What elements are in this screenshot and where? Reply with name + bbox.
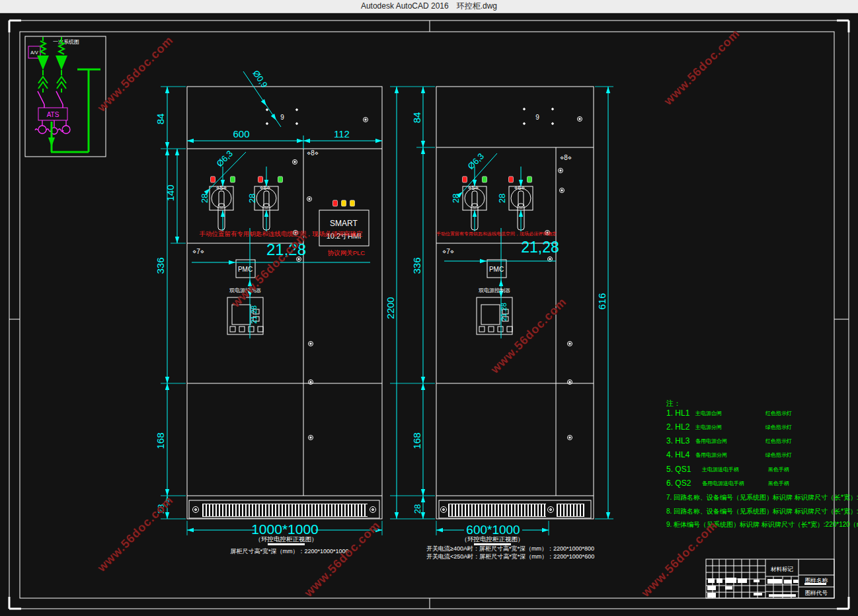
note-num: 5. QS1 bbox=[666, 465, 691, 474]
dim-2200: 2200 bbox=[385, 297, 396, 319]
controller-label-right: 双电源控制器 bbox=[479, 288, 510, 293]
note-spec: 绿色指示灯 bbox=[765, 424, 792, 430]
lamp-green-icon bbox=[527, 176, 532, 182]
note-desc: 备用电源合闸 bbox=[695, 438, 727, 444]
pmc-label-left: PMC bbox=[238, 266, 253, 273]
dim-28-sw1: 28 bbox=[200, 194, 210, 203]
material-mark-label: 材料标记 bbox=[770, 566, 794, 572]
meter-label: A/V bbox=[30, 50, 38, 55]
autocad-window: Autodesk AutoCAD 2016 环控柜.dwg 一次系统图 A/V bbox=[0, 0, 858, 616]
hmi-box bbox=[319, 210, 369, 246]
lamp-red-icon bbox=[333, 200, 338, 206]
bus-arrow-icon bbox=[48, 137, 55, 147]
note-num: 2. HL2 bbox=[666, 422, 690, 432]
dim-84-right: 84 bbox=[411, 112, 422, 124]
vent-grille-left bbox=[202, 504, 368, 517]
note-spec: 黑色手柄 bbox=[768, 467, 789, 473]
fixing-point-icons bbox=[545, 117, 582, 440]
dim-112: 112 bbox=[334, 128, 350, 139]
note-num: 3. HL3 bbox=[666, 436, 690, 445]
dim-616: 616 bbox=[596, 293, 607, 309]
rotary-switch-qs1 bbox=[210, 186, 233, 230]
note-spec: 红色指示灯 bbox=[765, 410, 792, 416]
primary-system-schematic: 一次系统图 A/V ATS bbox=[25, 36, 106, 157]
right-cabinet bbox=[436, 87, 594, 519]
label-8-left: ⋄8⋄ bbox=[307, 149, 319, 157]
note-line-7: 7. 回路名称、设备编号（见系统图）标识牌 标识牌尺寸（长*宽）:83*32（m… bbox=[666, 494, 858, 501]
indicator-lamps bbox=[211, 176, 355, 206]
dim-140: 140 bbox=[165, 184, 176, 201]
lamp-red-icon bbox=[258, 176, 263, 182]
view-label-underline bbox=[268, 543, 305, 545]
note-desc: 主电源分闸 bbox=[695, 424, 722, 430]
label-7-left: ⋄7⋄ bbox=[192, 248, 204, 255]
drawing-name-label: 图样名称 bbox=[805, 577, 828, 584]
note-spec: 黑色手柄 bbox=[768, 481, 789, 486]
dim-2128-controller-right: 21.28 bbox=[500, 303, 508, 321]
dim-28-sw4: 28 bbox=[497, 194, 507, 203]
note-line-9: 9. 柜体编号（见系统图）标识牌 标识牌尺寸（长*宽）:220*120（mm） bbox=[666, 521, 858, 528]
dim-left-width: 1000*1000 bbox=[251, 521, 319, 537]
note-num: 6. QS2 bbox=[666, 479, 691, 488]
label-9-right: 9 bbox=[535, 114, 539, 121]
dim-2128-right: 21,28 bbox=[521, 239, 559, 256]
dim-168-right: 168 bbox=[411, 432, 422, 449]
label-9-left: 9 bbox=[280, 114, 284, 121]
vent-grille-right bbox=[448, 504, 546, 517]
label-7-right: ⋄7⋄ bbox=[442, 248, 454, 255]
ats-label: ATS bbox=[47, 111, 59, 118]
fixing-point-icons bbox=[293, 118, 368, 440]
lamp-yellow-icon bbox=[342, 200, 346, 206]
window-title: Autodesk AutoCAD 2016 环控柜.dwg bbox=[361, 1, 497, 12]
warning-left: 手动位置留有专用钥匙和连线电缆空间，现场必须评审确定 bbox=[200, 230, 364, 237]
dim-336-right: 336 bbox=[411, 257, 422, 274]
lamp-green-icon bbox=[483, 176, 487, 182]
dimension-texts: 84 140 336 168 28 600 112 28 28 28 28 22… bbox=[155, 69, 607, 537]
notes-block: 注： 1. HL1 主电源合闸 红色指示灯 2. HL2 主电源分闸 绿色指示灯… bbox=[666, 399, 858, 528]
note-desc: 备用电源分闸 bbox=[695, 452, 727, 458]
dim-2128-controller-left: 21.28 bbox=[250, 305, 258, 324]
dim-28-right: 28 bbox=[412, 504, 422, 514]
label-5-right: ⋄5⋄ bbox=[468, 184, 479, 191]
dim-28-sw3: 28 bbox=[451, 194, 461, 203]
right-view-label: （环控电控柜正视图） bbox=[461, 535, 524, 543]
label-6-left: ⋄6⋄ bbox=[260, 184, 271, 191]
label-6-right: ⋄6⋄ bbox=[514, 184, 526, 191]
feeder-arrow-icon bbox=[56, 56, 67, 70]
plc-label: 协议网关PLC bbox=[328, 249, 366, 256]
note-desc: 主电源送电手柄 bbox=[701, 467, 739, 473]
feeder-arrow-icon bbox=[37, 56, 49, 70]
dim-168-left: 168 bbox=[155, 432, 166, 449]
hmi-brand: SMART bbox=[330, 219, 358, 228]
lamp-green-icon bbox=[278, 176, 283, 182]
note-spec: 绿色指示灯 bbox=[765, 452, 792, 458]
disconnect-switches bbox=[38, 91, 63, 108]
window-titlebar[interactable]: Autodesk AutoCAD 2016 环控柜.dwg bbox=[0, 0, 858, 13]
dim-336-left: 336 bbox=[155, 257, 166, 274]
dim-28-sw2: 28 bbox=[247, 194, 257, 203]
drawing-code-label: 图样代号 bbox=[805, 590, 828, 596]
dim-hole-6p3-right: Ø6,3 bbox=[466, 151, 487, 172]
pmc-label-right: PMC bbox=[489, 266, 504, 273]
note-desc: 备用电源送电手柄 bbox=[702, 481, 744, 486]
lamp-red-icon bbox=[509, 176, 514, 182]
label-5-left: ⋄5⋄ bbox=[216, 184, 227, 191]
note-num: 4. HL4 bbox=[666, 450, 690, 459]
label-8-right: ⋄8⋄ bbox=[560, 154, 572, 161]
dim-right-width: 600*1000 bbox=[466, 523, 520, 537]
note-line-8: 8. 回路名称、设备编号（见系统图）标识牌 标识牌尺寸（长*宽）:83*32（m… bbox=[666, 508, 858, 515]
lamp-red-icon bbox=[211, 176, 215, 182]
drawing-canvas[interactable]: 一次系统图 A/V ATS bbox=[0, 0, 858, 616]
lamp-green-icon bbox=[231, 176, 235, 182]
size-note-250a: 开关电流<250A时：屏柜尺寸高*宽*深（mm）：2200*1000*600 bbox=[426, 553, 594, 560]
left-view-label: （环控电控柜正视图） bbox=[255, 535, 318, 543]
dim-600: 600 bbox=[233, 128, 249, 139]
left-cabinet bbox=[187, 87, 382, 519]
schematic-title: 一次系统图 bbox=[53, 39, 79, 45]
warning-right: 手动位置留有专用钥匙和连线电缆空间，现场必须评审确定 bbox=[436, 231, 557, 237]
left-size-note: 屏柜尺寸高*宽*深（mm）：2200*1000*1000 bbox=[230, 548, 348, 555]
note-num: 1. HL1 bbox=[666, 408, 690, 418]
notes-title: 注： bbox=[666, 399, 681, 407]
note-desc: 主电源合闸 bbox=[695, 410, 722, 416]
right-cabinet-size-notes: 开关电流≥400A时：屏柜尺寸高*宽*深（mm）：2200*1000*800 开… bbox=[426, 545, 594, 560]
